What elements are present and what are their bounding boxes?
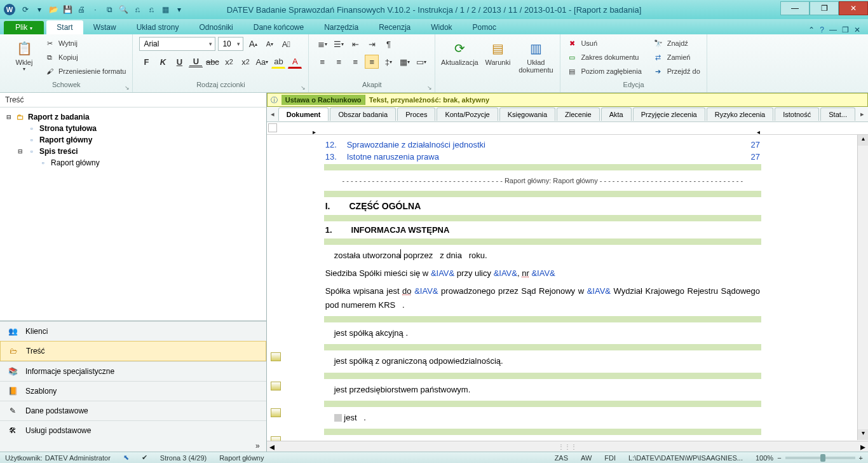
paste-button[interactable]: 📋 Wklej ▾ <box>6 37 42 72</box>
paragraph[interactable]: jest przedsiębiorstwem państwowym. <box>325 383 760 397</box>
vertical-scrollbar[interactable]: ▴ ▾ <box>857 135 868 440</box>
toc-row[interactable]: 13. Istotne naruszenia prawa 27 <box>325 152 760 162</box>
goto-button[interactable]: ➔Przejdź do <box>653 65 700 78</box>
doctab-audit-area[interactable]: Obszar badania <box>330 107 396 121</box>
paragraph[interactable]: Siedziba Spółki mieści się w &IAV& przy … <box>325 266 760 280</box>
paragraph-marker-icon[interactable] <box>271 408 281 417</box>
zoom-control[interactable]: 100% − + <box>756 454 863 462</box>
mdi-min-icon[interactable]: — <box>829 25 837 34</box>
qat-print-icon[interactable]: 🖨 <box>75 3 88 16</box>
align-justify-icon[interactable]: ≡ <box>365 55 379 69</box>
paragraph-marker-icon[interactable] <box>271 352 281 361</box>
maximize-button[interactable]: ❐ <box>810 1 839 15</box>
qat-tool3-icon[interactable]: ▦ <box>159 3 172 16</box>
format-painter-button[interactable]: 🖌Przeniesienie formatu <box>44 65 126 78</box>
paragraph[interactable]: jest spółką akcyjną . <box>325 326 760 340</box>
mdi-close-icon[interactable]: ✕ <box>854 25 860 34</box>
cut-button[interactable]: ✂Wytnij <box>44 37 126 50</box>
nav-specialist-info[interactable]: 📚Informacje specjalistyczne <box>0 361 266 381</box>
tabs-scroll-left-icon[interactable]: ◂ <box>267 110 278 118</box>
nav-collapse-icon[interactable]: » <box>0 440 266 452</box>
clipboard-dialog-icon[interactable]: ↘ <box>125 85 130 91</box>
update-button[interactable]: ⟳Aktualizacja <box>442 37 477 66</box>
scroll-left-icon[interactable]: ◂ <box>267 441 277 453</box>
conditions-button[interactable]: ▤Warunki <box>480 37 515 66</box>
toc-row[interactable]: 12. Sprawozdanie z działalności jednostk… <box>325 140 760 149</box>
tab-final-data[interactable]: Dane końcowe <box>243 20 314 34</box>
bold-icon[interactable]: F <box>139 55 153 69</box>
qat-tool2-icon[interactable]: ⎌ <box>145 3 158 16</box>
file-tab[interactable]: Plik <box>4 21 44 34</box>
qat-tool1-icon[interactable]: ⎌ <box>131 3 144 16</box>
qat-more-icon[interactable]: ▾ <box>173 3 186 16</box>
doctab-process[interactable]: Proces <box>397 107 435 121</box>
spellcheck-icon[interactable]: ✔ <box>142 453 147 462</box>
underline-icon[interactable]: U <box>172 55 186 69</box>
font-dialog-icon[interactable]: ↘ <box>301 85 306 91</box>
shrink-font-icon[interactable]: A▾ <box>262 37 276 51</box>
cursor-icon[interactable]: ⬉ <box>123 453 129 462</box>
zoom-out-icon[interactable]: − <box>777 454 781 462</box>
ruler-corner-icon[interactable] <box>268 123 277 132</box>
doctab-files[interactable]: Akta <box>601 107 632 121</box>
ribbon-collapse-icon[interactable]: ⌃ <box>808 25 815 34</box>
nav-content[interactable]: 🗁Treść <box>0 341 266 361</box>
scroll-grip[interactable]: ⋮⋮⋮ <box>558 443 577 450</box>
close-button[interactable]: ✕ <box>839 1 868 15</box>
font-name-combo[interactable]: Arial <box>139 37 215 51</box>
tree-item-main-report[interactable]: ▫Raport główny <box>3 134 264 146</box>
tree-item-toc[interactable]: ⊟▫Spis treści <box>3 146 264 157</box>
nav-templates[interactable]: 📙Szablony <box>0 381 266 401</box>
paragraph[interactable]: Jednostka posiada statystyczny numer ide… <box>325 439 760 441</box>
paragraph[interactable]: Spółka wpisana jest do &IAV& prowadzoneg… <box>325 284 760 312</box>
indent-icon[interactable]: ⇥ <box>365 37 379 51</box>
paragraph[interactable]: jest spółką z ograniczoną odpowiedzialno… <box>325 354 760 368</box>
nav-base-data[interactable]: ✎Dane podstawowe <box>0 401 266 420</box>
scroll-up-icon[interactable]: ▴ <box>858 135 868 146</box>
content-tree[interactable]: ⊟🗀Raport z badania ▫Strona tytułowa ▫Rap… <box>0 107 266 321</box>
qat-open-icon[interactable]: 📂 <box>47 3 60 16</box>
minimize-button[interactable]: — <box>780 1 810 15</box>
qat-copy-icon[interactable]: ⧉ <box>103 3 116 16</box>
doc-layout-button[interactable]: ▥Układ dokumentu <box>518 37 553 74</box>
shading-icon[interactable]: ▦▾ <box>398 55 412 69</box>
tree-item-toc-child[interactable]: ▫Raport główny <box>3 157 264 169</box>
help-icon[interactable]: ? <box>820 25 824 34</box>
delete-button[interactable]: ✖Usuń <box>567 37 641 50</box>
depth-button[interactable]: ▤Poziom zagłębienia <box>567 65 641 78</box>
subscript-icon[interactable]: x2 <box>222 55 236 69</box>
numbering-icon[interactable]: ☰▾ <box>332 37 346 51</box>
align-right-icon[interactable]: ≡ <box>348 55 362 69</box>
tabs-scroll-right-icon[interactable]: ▸ <box>857 110 868 118</box>
bullets-icon[interactable]: ≣▾ <box>315 37 329 51</box>
document-body[interactable]: 12. Sprawozdanie z działalności jednostk… <box>267 135 868 441</box>
scroll-right-icon[interactable]: ▸ <box>858 441 868 453</box>
paragraph-marker-icon[interactable] <box>271 436 281 441</box>
strike-icon[interactable]: abc <box>205 55 219 69</box>
tree-item-title-page[interactable]: ▫Strona tytułowa <box>3 123 264 134</box>
tab-start[interactable]: Start <box>46 20 83 34</box>
tab-review[interactable]: Recenzja <box>369 20 421 34</box>
ruler[interactable]: ▸ ◂ <box>267 122 868 135</box>
superscript-icon[interactable]: x2 <box>238 55 252 69</box>
doctab-order-risk[interactable]: Ryzyko zlecenia <box>707 107 773 121</box>
nav-base-services[interactable]: 🛠Usługi podstawowe <box>0 420 266 440</box>
doctab-order[interactable]: Zlecenie <box>557 107 600 121</box>
paragraph[interactable]: została utworzona poprzez z dnia roku. <box>325 249 760 263</box>
grow-font-icon[interactable]: A▴ <box>246 37 260 51</box>
doctab-stat[interactable]: Stat... <box>820 107 855 121</box>
tab-help[interactable]: Pomoc <box>463 20 506 34</box>
doc-range-button[interactable]: ▭Zakres dokumentu <box>567 51 641 64</box>
double-underline-icon[interactable]: U <box>189 56 203 67</box>
font-size-combo[interactable]: 10 <box>218 37 243 51</box>
qat-search-icon[interactable]: 🔍 <box>117 3 130 16</box>
copy-button[interactable]: ⧉Kopiuj <box>44 51 126 64</box>
scroll-down-icon[interactable]: ▾ <box>858 429 868 440</box>
tab-tools[interactable]: Narzędzia <box>314 20 369 34</box>
horizontal-scrollbar[interactable]: ◂ ⋮⋮⋮ ▸ <box>267 441 868 452</box>
align-left-icon[interactable]: ≡ <box>315 55 329 69</box>
clear-format-icon[interactable]: Aͯ <box>279 37 293 51</box>
align-center-icon[interactable]: ≡ <box>332 55 346 69</box>
borders-icon[interactable]: ▭▾ <box>414 55 428 69</box>
line-spacing-icon[interactable]: ‡▾ <box>381 55 395 69</box>
